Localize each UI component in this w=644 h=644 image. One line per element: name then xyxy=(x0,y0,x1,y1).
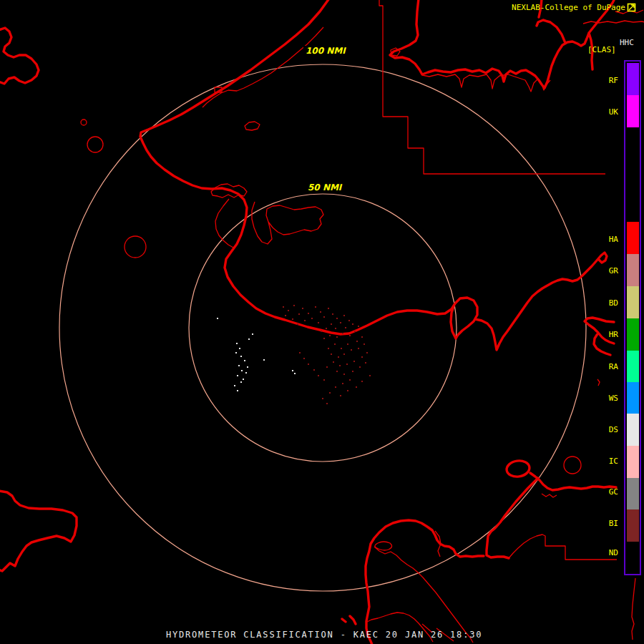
legend-block-ws xyxy=(627,382,639,414)
barrier-spit xyxy=(203,27,323,107)
small-lake-3 xyxy=(81,119,87,125)
legend-label-ws: WS xyxy=(585,394,618,403)
legend-bar xyxy=(624,60,641,575)
legend-label-ra: RA xyxy=(585,362,618,371)
legend-label-uk: UK xyxy=(585,107,618,117)
legend-block-bd xyxy=(627,286,639,318)
small-lake-1 xyxy=(87,137,103,152)
coastline-northeast xyxy=(390,0,615,88)
legend-label-bd: BD xyxy=(585,298,618,308)
echo-group-biological-darkred xyxy=(283,305,371,404)
cod-logo-icon xyxy=(627,3,636,12)
attribution-text: NEXLAB-College of DuPage xyxy=(512,3,625,12)
legend-block-bi xyxy=(627,509,639,542)
small-lake-4 xyxy=(564,457,581,474)
lake-ring xyxy=(506,459,531,478)
legend-block-gc xyxy=(627,478,639,509)
legend-block-nd xyxy=(627,542,639,572)
border-right-edge xyxy=(632,578,635,640)
legend-label-ic: IC xyxy=(585,457,618,466)
legend-label-gc: GC xyxy=(585,487,618,497)
legend-block-ha xyxy=(627,222,639,254)
echo-group-wet-snow-white xyxy=(217,318,296,391)
map-detail-thin xyxy=(81,0,644,643)
legend-label-bi: BI xyxy=(585,519,618,528)
radar-display: NEXLAB-College of DuPage HHC [CLAS] HYDR… xyxy=(0,0,644,644)
legend-label-hr: HR xyxy=(585,330,618,339)
legend-block-rf xyxy=(627,63,639,95)
legend-label-gr: GR xyxy=(585,266,618,275)
range-ring-label-0: 100 NMI xyxy=(303,46,348,56)
legend-block-ds xyxy=(627,414,639,446)
legend-block-gr xyxy=(627,254,639,286)
range-ring-label-1: 50 NMI xyxy=(306,182,343,192)
legend-block-ra xyxy=(627,351,639,382)
legend-label-nd: ND xyxy=(585,548,618,557)
legend-block-ic xyxy=(627,446,639,478)
range-ring-50-nmi xyxy=(189,194,457,462)
product-code: HHC xyxy=(620,38,634,47)
small-lake-2 xyxy=(125,236,146,258)
island-west-bottom xyxy=(0,491,77,571)
landmass-south xyxy=(342,520,484,644)
island-west-top xyxy=(0,28,39,84)
legend-label-rf: RF xyxy=(585,76,618,85)
legend-label-ha: HA xyxy=(585,235,618,244)
rivers-south xyxy=(366,379,600,643)
radar-map xyxy=(0,0,644,644)
legend-block-hr xyxy=(627,318,639,351)
coastline-thick xyxy=(0,0,616,644)
echo-layer xyxy=(217,305,371,404)
product-classification-tag: [CLAS] xyxy=(587,45,616,54)
shoreline-inner-north xyxy=(422,74,550,92)
legend-block-uk xyxy=(627,95,639,127)
status-bar-text: HYDROMETEOR CLASSIFICATION - KAEC 20 JAN… xyxy=(166,630,482,640)
legend-label-ds: DS xyxy=(585,425,618,434)
